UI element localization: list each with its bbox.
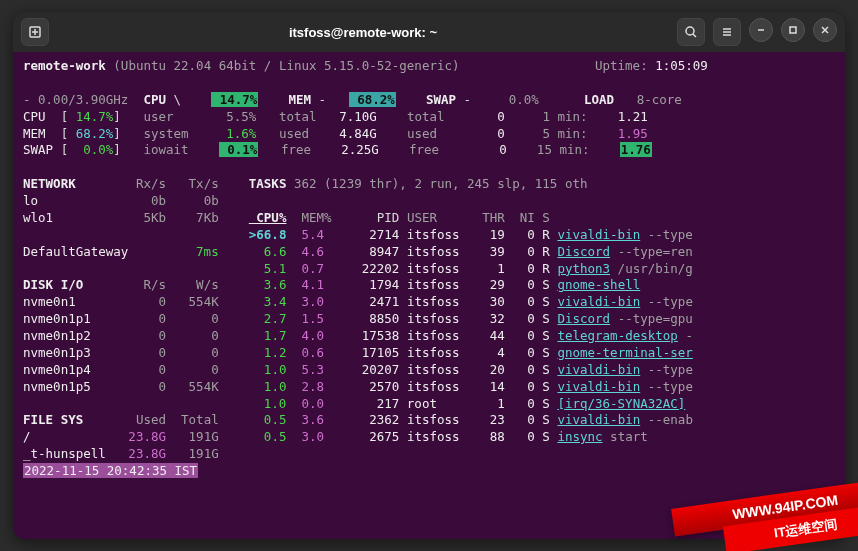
svg-line-4 [693,34,696,37]
maximize-button[interactable] [781,18,805,42]
close-button[interactable] [813,18,837,42]
svg-point-3 [686,27,694,35]
titlebar: itsfoss@remote-work: ~ [13,12,845,52]
search-button[interactable] [677,18,705,46]
menu-button[interactable] [713,18,741,46]
new-tab-button[interactable] [21,18,49,46]
svg-rect-9 [790,27,796,33]
minimize-button[interactable] [749,18,773,42]
window-title: itsfoss@remote-work: ~ [49,25,677,40]
terminal-output[interactable]: remote-work (Ubuntu 22.04 64bit / Linux … [13,52,845,486]
